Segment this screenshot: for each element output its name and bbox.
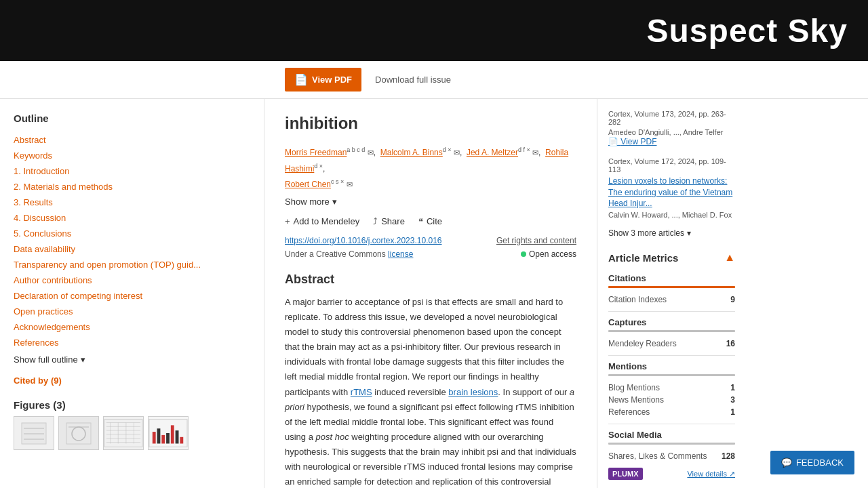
- svg-rect-25: [180, 437, 183, 444]
- blog-mentions-label: Blog Mentions: [608, 383, 660, 392]
- author-3[interactable]: Jed A. Meltzer: [467, 148, 518, 157]
- figure-thumb-3[interactable]: [103, 416, 144, 450]
- author-5[interactable]: Robert Chen: [285, 180, 331, 189]
- metrics-divider-2: [608, 355, 735, 356]
- view-details-link[interactable]: View details ↗: [687, 470, 735, 479]
- plumx-logo[interactable]: PLUMX: [608, 468, 643, 480]
- brain-lesions-link[interactable]: brain lesions: [448, 387, 498, 397]
- related-authors-1: Amedeo D'Angiulli, ..., Andre Telfer: [608, 128, 735, 136]
- metrics-collapse-icon[interactable]: ▲: [724, 251, 735, 264]
- figures-row: [14, 416, 250, 450]
- captures-bar: [608, 330, 735, 332]
- sidebar: Outline Abstract Keywords 1. Introductio…: [0, 99, 264, 488]
- metrics-header: Article Metrics ▲: [608, 251, 735, 264]
- outline-title: Outline: [14, 113, 250, 124]
- sidebar-item-top[interactable]: Transparency and open promotion (TOP) gu…: [14, 257, 250, 272]
- svg-rect-22: [166, 433, 170, 443]
- cite-button[interactable]: ❝ Cite: [418, 216, 442, 226]
- author-2[interactable]: Malcolm A. Binns: [380, 148, 443, 157]
- metrics-divider-1: [608, 311, 735, 312]
- shares-value: 128: [722, 451, 735, 461]
- right-sidebar: Cortex, Volume 173, 2024, pp. 263-282 Am…: [597, 99, 746, 488]
- sidebar-item-results[interactable]: 3. Results: [14, 195, 250, 210]
- figure-thumb-1[interactable]: [14, 416, 54, 450]
- related-journal-1: Cortex, Volume 173, 2024, pp. 263-282: [608, 110, 735, 126]
- doi-row: https://doi.org/10.1016/j.cortex.2023.10…: [285, 236, 576, 245]
- metrics-title: Article Metrics: [608, 252, 678, 264]
- toolbar: 📄 View PDF Download full issue: [0, 61, 868, 99]
- authors-row: Morris Freedmana b c d ✉, Malcolm A. Bin…: [285, 144, 576, 192]
- show-more-articles-button[interactable]: Show 3 more articles ▾: [608, 228, 735, 238]
- author-1[interactable]: Morris Freedman: [285, 148, 347, 157]
- mendeley-readers-label: Mendeley Readers: [608, 339, 677, 348]
- citation-indexes-label: Citation Indexes: [608, 295, 667, 304]
- article-title: inhibition: [285, 113, 576, 134]
- sidebar-item-declaration[interactable]: Declaration of competing interest: [14, 288, 250, 304]
- sidebar-item-acknowledgements[interactable]: Acknowledgements: [14, 319, 250, 335]
- sidebar-item-references[interactable]: References: [14, 335, 250, 350]
- sidebar-item-methods[interactable]: 2. Materials and methods: [14, 179, 250, 195]
- sidebar-item-keywords[interactable]: Keywords: [14, 148, 250, 163]
- cite-icon: ❝: [418, 216, 423, 226]
- sidebar-item-introduction[interactable]: 1. Introduction: [14, 163, 250, 179]
- sidebar-item-conclusions[interactable]: 5. Conclusions: [14, 226, 250, 241]
- sidebar-item-data-availability[interactable]: Data availability: [14, 241, 250, 257]
- license-text: Under a Creative Commons license: [285, 249, 413, 259]
- pdf-icon: 📄: [294, 73, 308, 86]
- shares-label: Shares, Likes & Comments: [608, 451, 707, 461]
- related-view-pdf-1[interactable]: 📄 View PDF: [608, 136, 735, 148]
- add-to-mendeley-button[interactable]: + Add to Mendeley: [285, 216, 359, 226]
- open-access-label: Open access: [529, 249, 576, 259]
- related-article-2: Cortex, Volume 172, 2024, pp. 109-113 Le…: [608, 157, 735, 219]
- main-layout: Outline Abstract Keywords 1. Introductio…: [0, 99, 868, 488]
- license-row: Under a Creative Commons license Open ac…: [285, 249, 576, 259]
- news-mentions-value: 3: [730, 395, 735, 405]
- news-mentions-row: News Mentions 3: [608, 394, 735, 406]
- svg-rect-20: [157, 428, 161, 443]
- figure-thumb-2[interactable]: [58, 416, 99, 450]
- mendeley-readers-row: Mendeley Readers 16: [608, 338, 735, 350]
- captures-title: Captures: [608, 317, 735, 327]
- share-button[interactable]: ⤴ Share: [373, 216, 405, 226]
- news-mentions-label: News Mentions: [608, 395, 664, 405]
- doi-link[interactable]: https://doi.org/10.1016/j.cortex.2023.10…: [285, 236, 442, 245]
- chevron-down-icon: ▾: [687, 228, 691, 238]
- social-media-title: Social Media: [608, 430, 735, 440]
- svg-rect-21: [161, 435, 165, 444]
- mentions-title: Mentions: [608, 361, 735, 371]
- show-more-label: Show more: [285, 197, 330, 207]
- show-full-outline-button[interactable]: Show full outline ▾: [14, 350, 250, 369]
- sidebar-item-discussion[interactable]: 4. Discussion: [14, 210, 250, 226]
- svg-rect-7: [104, 420, 142, 447]
- sidebar-item-open-practices[interactable]: Open practices: [14, 304, 250, 319]
- content-area: inhibition Morris Freedmana b c d ✉, Mal…: [264, 99, 597, 488]
- site-title: Suspect Sky: [647, 12, 848, 49]
- citation-indexes-value: 9: [730, 295, 735, 304]
- feedback-button[interactable]: 💬 FEEDBACK: [770, 451, 854, 474]
- plus-icon: +: [285, 216, 290, 226]
- sidebar-item-author-contributions[interactable]: Author contributions: [14, 272, 250, 288]
- pdf-icon-small: 📄: [608, 137, 618, 146]
- cited-by-link[interactable]: Cited by (9): [14, 369, 250, 392]
- show-more-authors-button[interactable]: Show more ▾: [285, 197, 576, 207]
- references-row: References 1: [608, 406, 735, 418]
- blog-mentions-value: 1: [730, 383, 735, 392]
- open-access-dot: [521, 251, 526, 257]
- mendeley-readers-value: 16: [726, 339, 735, 348]
- feedback-label: FEEDBACK: [796, 458, 844, 468]
- view-pdf-button[interactable]: 📄 View PDF: [285, 68, 361, 92]
- license-link[interactable]: license: [388, 249, 413, 259]
- references-label: References: [608, 407, 650, 417]
- share-label: Share: [381, 216, 405, 226]
- sidebar-item-abstract[interactable]: Abstract: [14, 132, 250, 148]
- get-rights-link[interactable]: Get rights and content: [496, 236, 576, 245]
- download-full-issue-link[interactable]: Download full issue: [375, 75, 451, 85]
- cite-label: Cite: [427, 216, 442, 226]
- chevron-down-icon: ▾: [81, 354, 85, 365]
- rtms-link[interactable]: rTMS: [351, 387, 372, 397]
- figure-thumb-4[interactable]: [148, 416, 189, 450]
- action-bar: + Add to Mendeley ⤴ Share ❝ Cite: [285, 216, 576, 226]
- citation-indexes-row: Citation Indexes 9: [608, 293, 735, 306]
- show-more-articles-label: Show 3 more articles: [608, 228, 684, 238]
- related-title-2[interactable]: Lesion voxels to lesion networks: The en…: [608, 176, 735, 209]
